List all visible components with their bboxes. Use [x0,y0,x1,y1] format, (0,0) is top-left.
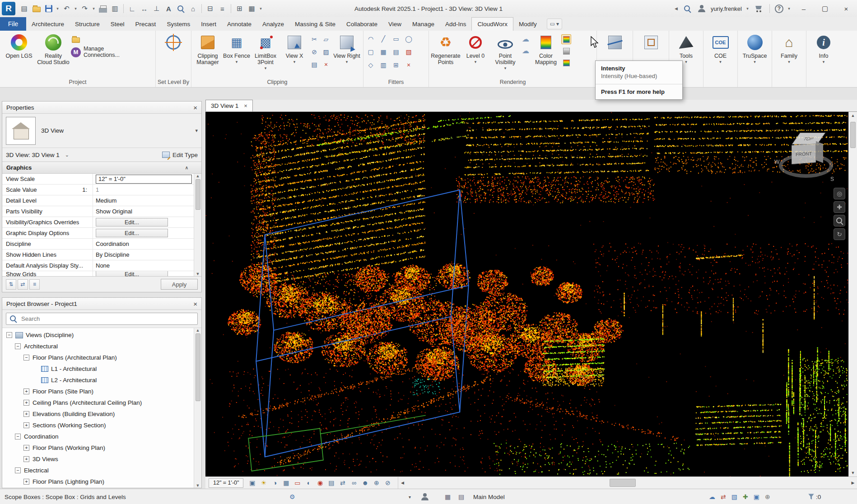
fit-delete-icon[interactable]: × [404,60,414,70]
zoom-icon[interactable] [834,215,845,227]
minimize-button[interactable]: – [795,1,813,16]
editable-only-icon[interactable] [421,493,428,500]
tab-manage[interactable]: Manage [407,17,440,31]
collapse-icon[interactable]: − [15,434,21,439]
scroll-left-icon[interactable]: ◀ [398,481,406,485]
scroll-down-icon[interactable]: ▼ [196,272,200,276]
tab-file[interactable]: File [0,17,26,31]
measure-icon[interactable]: ∟ [126,3,138,14]
selection-filter-icon[interactable] [808,494,814,499]
tab-cloudworx[interactable]: CloudWorx [471,17,513,31]
chevron-down-icon[interactable]: ▾ [788,60,790,64]
tab-systems[interactable]: Systems [161,17,196,31]
app-store-cart-icon[interactable] [753,3,764,14]
temporary-hide-isolate-icon[interactable]: ◐ [303,478,314,488]
edit-type-button[interactable]: Edit Type [162,152,198,158]
collapse-section-icon[interactable]: ∧ [185,165,188,170]
truspace-button[interactable]: TruSpace ▾ [741,32,769,87]
presenter-mode-icon[interactable]: ☻ [359,478,371,488]
panel-label-fitters[interactable]: Fitters [363,78,428,87]
color-mapping-button[interactable]: Color Mapping [531,32,560,78]
sun-settings-icon[interactable]: ☀ [258,478,269,488]
parts-visibility-field[interactable]: Show Original [93,206,194,217]
orbit-icon[interactable]: ↻ [834,228,845,240]
tree-item-floor-plans-architectural[interactable]: −Floor Plans (Architectural Plan) [2,352,201,363]
tree-item-elevations[interactable]: +Elevations (Building Elevation) [2,408,201,420]
intensity-mapping-icon[interactable] [561,34,571,44]
cloud-settings-icon[interactable]: ☁ [521,34,531,44]
project-browser-header[interactable]: Project Browser - Project1 × [2,298,201,310]
shadows-icon[interactable]: ◑ [269,478,280,488]
detail-level-field[interactable]: Medium [93,195,194,206]
regenerate-points-button[interactable]: ♻ Regenerate Points [431,32,460,78]
properties-header[interactable]: Properties × [2,102,201,114]
collapse-icon[interactable]: − [15,467,21,473]
user-avatar-icon[interactable] [696,3,708,14]
active-design-option[interactable]: Main Model [473,493,505,500]
visual-style-icon[interactable]: ▣ [247,478,258,488]
instance-name[interactable]: 3D View: 3D View 1 [6,152,60,158]
expand-icon[interactable]: + [23,479,29,485]
main-model-icon[interactable]: ▤ [458,493,464,500]
tree-item-l2-architectural[interactable]: L2 - Architectural [2,375,201,386]
switch-windows-icon[interactable]: ⊞ [234,3,245,14]
scroll-right-icon[interactable]: ▶ [849,481,857,485]
point-cloud-canvas[interactable] [205,112,848,476]
scroll-up-icon[interactable]: ▲ [196,328,200,333]
tree-item-electrical[interactable]: −Electrical [2,465,201,476]
browser-scrollbar[interactable]: ▲ ▼ [194,328,201,488]
constraints-icon[interactable]: ⊕ [371,478,382,488]
box-fence-button[interactable]: ▦ Box Fence ▾ [223,32,251,78]
fit-rows-icon[interactable]: ▥ [378,60,388,70]
worksets-status-icon[interactable]: ⚙ [289,493,295,500]
search-input[interactable] [20,315,194,323]
fit-arc-icon[interactable]: ◠ [366,34,376,44]
show-grids-edit-button[interactable]: Edit... [96,271,168,277]
revit-logo-icon[interactable]: R [2,2,15,15]
chevron-down-icon[interactable]: ▾ [195,128,198,134]
tab-precast[interactable]: Precast [130,17,162,31]
tab-add-ins[interactable]: Add-Ins [440,17,472,31]
redo-icon[interactable]: ↷ [79,3,90,14]
expand-icon[interactable]: + [23,445,29,451]
sort-alpha-icon[interactable]: ⇅ [6,279,16,290]
scroll-up-icon[interactable]: ▲ [196,174,200,178]
view-cube-side-face[interactable] [816,141,823,163]
fit-grid-icon[interactable]: ▦ [378,47,388,57]
sort-group-icon[interactable]: ⇄ [18,279,28,290]
collapse-icon[interactable]: − [23,355,29,361]
tree-item-sections[interactable]: +Sections (Working Section) [2,420,201,431]
expand-icon[interactable]: + [23,400,29,406]
scroll-down-icon[interactable]: ▼ [196,483,200,488]
clip-inside-icon[interactable]: ⊘ [309,47,319,57]
reality-cloud-studio-button[interactable]: Reality Cloud Studio [37,32,70,78]
cloud-refresh-icon[interactable]: ☁ [521,46,531,56]
tab-annotate[interactable]: Annotate [222,17,257,31]
fit-diamond-icon[interactable]: ◇ [366,60,376,70]
limitbox-3point-button[interactable]: ▩ LimitBox 3Point ▾ [252,32,279,78]
expand-icon[interactable]: + [23,411,29,417]
point-visibility-button[interactable]: Point Visibility ▾ [491,32,520,78]
properties-scrollbar[interactable]: ▲ ▼ [194,174,201,276]
undo-dropdown-icon[interactable]: ▾ [73,3,78,14]
clear-clip-icon[interactable]: × [321,60,331,69]
pan-icon[interactable]: ✚ [834,201,845,213]
expand-icon[interactable]: + [23,456,29,462]
default-analysis-field[interactable]: None [93,260,194,271]
view-tab-3d-view-1[interactable]: 3D View 1 × [205,100,253,111]
transfer-status-icon[interactable]: ⇄ [721,493,726,500]
user-dropdown-icon[interactable]: ▾ [745,3,750,14]
tree-item-3d-views[interactable]: +3D Views [2,453,201,465]
fit-box-icon[interactable]: ▢ [366,47,376,57]
tab-view[interactable]: View [383,17,407,31]
drawing-area[interactable]: TOP FRONT W S ◎ ✚ ↻ [205,112,848,476]
info-button[interactable]: i Info ▾ [809,32,838,87]
tree-item-floor-plans-working[interactable]: +Floor Plans (Working Plan) [2,442,201,453]
tab-steel[interactable]: Steel [105,17,130,31]
view-scale-input[interactable]: 12" = 1'-0" [96,175,192,184]
apply-button[interactable]: Apply [161,279,198,290]
hue-mapping-icon[interactable] [561,46,571,56]
home-view-icon[interactable]: ⌂ [187,3,199,14]
discipline-field[interactable]: Coordination [93,239,194,249]
show-crop-region-icon[interactable]: ▭ [292,478,303,488]
